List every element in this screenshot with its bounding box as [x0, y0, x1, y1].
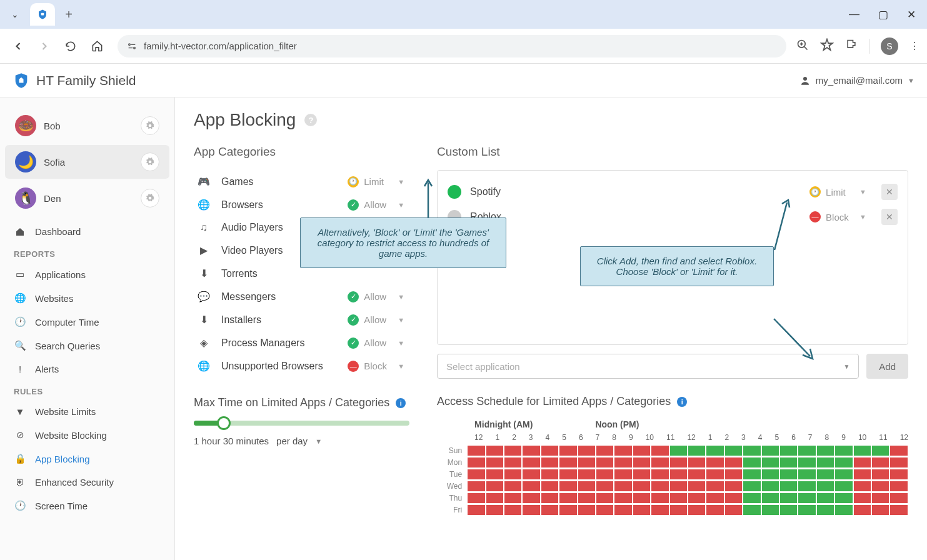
- schedule-cell[interactable]: [853, 492, 871, 504]
- schedule-cell[interactable]: [761, 504, 779, 516]
- time-slider[interactable]: [194, 421, 409, 426]
- schedule-cell[interactable]: [486, 492, 504, 504]
- schedule-cell[interactable]: [688, 469, 706, 480]
- schedule-cell[interactable]: [798, 457, 816, 468]
- schedule-cell[interactable]: [743, 445, 761, 456]
- profile-den[interactable]: 🐧 Den: [5, 181, 169, 215]
- schedule-cell[interactable]: [669, 504, 688, 516]
- schedule-cell[interactable]: [853, 457, 871, 468]
- site-settings-icon[interactable]: [126, 41, 138, 52]
- schedule-cell[interactable]: [706, 457, 724, 468]
- nav-dashboard[interactable]: Dashboard: [0, 220, 174, 243]
- chevron-down-icon[interactable]: ▼: [395, 293, 407, 301]
- nav-screen-time[interactable]: 🕐Screen Time: [0, 494, 174, 518]
- schedule-cell[interactable]: [688, 504, 706, 516]
- schedule-cell[interactable]: [578, 457, 596, 468]
- maximize-button[interactable]: ▢: [878, 8, 888, 21]
- close-window-button[interactable]: ✕: [907, 8, 916, 21]
- gear-icon[interactable]: [141, 152, 159, 171]
- schedule-cell[interactable]: [834, 445, 853, 456]
- schedule-cell[interactable]: [578, 492, 596, 504]
- schedule-cell[interactable]: [834, 492, 853, 504]
- schedule-cell[interactable]: [816, 469, 834, 480]
- schedule-cell[interactable]: [596, 504, 614, 516]
- schedule-cell[interactable]: [578, 445, 596, 456]
- schedule-cell[interactable]: [541, 457, 559, 468]
- schedule-cell[interactable]: [467, 481, 485, 492]
- schedule-cell[interactable]: [688, 492, 706, 504]
- schedule-cell[interactable]: [596, 492, 614, 504]
- schedule-cell[interactable]: [816, 504, 834, 516]
- schedule-cell[interactable]: [633, 504, 651, 516]
- schedule-cell[interactable]: [596, 457, 614, 468]
- schedule-cell[interactable]: [871, 504, 889, 516]
- schedule-cell[interactable]: [706, 492, 724, 504]
- help-icon[interactable]: ?: [304, 114, 317, 126]
- nav-website-blocking[interactable]: ⊘Website Blocking: [0, 423, 174, 447]
- schedule-cell[interactable]: [889, 481, 908, 492]
- schedule-cell[interactable]: [596, 481, 614, 492]
- menu-icon[interactable]: ⋮: [909, 40, 919, 52]
- schedule-cell[interactable]: [669, 492, 688, 504]
- account-menu[interactable]: my_email@mail.com ▼: [799, 75, 914, 86]
- schedule-cell[interactable]: [743, 457, 761, 468]
- nav-applications[interactable]: ▭Applications: [0, 262, 174, 286]
- extensions-icon[interactable]: [845, 39, 858, 54]
- schedule-cell[interactable]: [522, 469, 540, 480]
- schedule-cell[interactable]: [889, 504, 908, 516]
- schedule-cell[interactable]: [578, 481, 596, 492]
- schedule-cell[interactable]: [651, 504, 669, 516]
- schedule-cell[interactable]: [834, 481, 853, 492]
- category-messengers[interactable]: 💬 Messengers ✓ Allow ▼: [194, 285, 409, 308]
- minimize-button[interactable]: —: [849, 8, 859, 21]
- schedule-cell[interactable]: [669, 445, 688, 456]
- schedule-cell[interactable]: [779, 457, 798, 468]
- address-bar[interactable]: family.ht-vector.com/application_filter: [118, 35, 786, 58]
- schedule-cell[interactable]: [724, 469, 743, 480]
- add-button[interactable]: Add: [866, 354, 908, 379]
- schedule-cell[interactable]: [853, 481, 871, 492]
- schedule-cell[interactable]: [871, 457, 889, 468]
- schedule-cell[interactable]: [541, 492, 559, 504]
- schedule-cell[interactable]: [467, 492, 485, 504]
- active-tab[interactable]: [30, 3, 55, 26]
- zoom-icon[interactable]: [796, 39, 809, 54]
- schedule-cell[interactable]: [706, 504, 724, 516]
- category-games[interactable]: 🎮 Games 🕐 Limit ▼: [194, 170, 409, 193]
- schedule-cell[interactable]: [724, 445, 743, 456]
- schedule-cell[interactable]: [743, 481, 761, 492]
- schedule-cell[interactable]: [559, 504, 577, 516]
- schedule-cell[interactable]: [779, 492, 798, 504]
- chevron-down-icon[interactable]: ▼: [395, 316, 407, 324]
- schedule-cell[interactable]: [578, 469, 596, 480]
- schedule-cell[interactable]: [651, 457, 669, 468]
- schedule-cell[interactable]: [541, 445, 559, 456]
- gear-icon[interactable]: [141, 116, 159, 135]
- bookmark-icon[interactable]: [820, 38, 834, 54]
- schedule-cell[interactable]: [541, 504, 559, 516]
- schedule-cell[interactable]: [614, 445, 632, 456]
- schedule-cell[interactable]: [779, 481, 798, 492]
- schedule-cell[interactable]: [651, 492, 669, 504]
- profile-sofia[interactable]: 🌙 Sofia: [5, 145, 169, 179]
- gear-icon[interactable]: [141, 189, 159, 208]
- schedule-cell[interactable]: [706, 445, 724, 456]
- schedule-cell[interactable]: [871, 492, 889, 504]
- schedule-cell[interactable]: [596, 469, 614, 480]
- new-tab-button[interactable]: +: [59, 4, 79, 24]
- schedule-cell[interactable]: [559, 445, 577, 456]
- schedule-cell[interactable]: [578, 504, 596, 516]
- remove-button[interactable]: ✕: [881, 209, 898, 225]
- schedule-cell[interactable]: [614, 469, 632, 480]
- remove-button[interactable]: ✕: [881, 184, 898, 200]
- schedule-cell[interactable]: [651, 445, 669, 456]
- schedule-cell[interactable]: [706, 469, 724, 480]
- schedule-cell[interactable]: [834, 457, 853, 468]
- schedule-cell[interactable]: [669, 457, 688, 468]
- chevron-down-icon[interactable]: ▼: [857, 213, 869, 221]
- schedule-cell[interactable]: [633, 457, 651, 468]
- chevron-down-icon[interactable]: ▼: [315, 438, 322, 445]
- schedule-cell[interactable]: [798, 445, 816, 456]
- schedule-cell[interactable]: [633, 481, 651, 492]
- slider-thumb[interactable]: [217, 416, 231, 430]
